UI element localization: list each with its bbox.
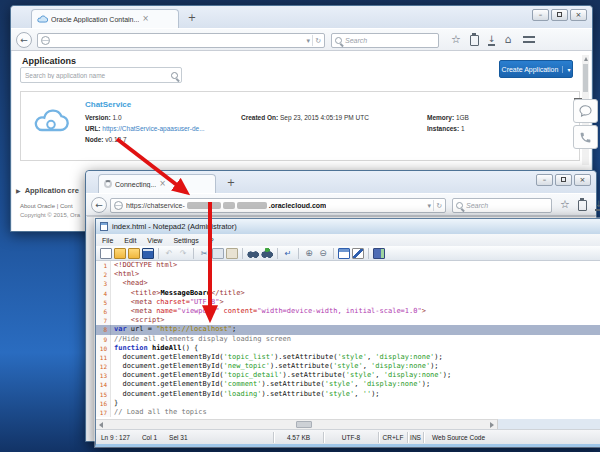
notepad2-titlebar[interactable]: index.html - Notepad2 (Administrator) (96, 219, 600, 234)
code-line-selected[interactable]: 8var url = "http://localhost"; (96, 325, 600, 334)
cut-icon[interactable]: ✂ (198, 248, 210, 259)
tab-oracle-application-container[interactable]: Oracle Application Contain... × (31, 9, 179, 28)
scroll-left-icon[interactable] (99, 422, 103, 428)
bookmarks-menu-icon[interactable] (578, 200, 587, 211)
zoom-out-icon[interactable]: ⊖ (317, 248, 329, 259)
status-syntax-scheme: Web Source Code (424, 432, 600, 443)
search-input[interactable] (466, 202, 536, 209)
code-line[interactable]: 10function hideAll() { (96, 344, 600, 353)
tab-close-icon[interactable]: × (159, 180, 166, 188)
replace-icon[interactable] (261, 248, 273, 259)
new-tab-button[interactable]: + (185, 12, 199, 25)
search-bar[interactable] (331, 33, 439, 48)
url-bar[interactable]: https://chatservice- .oraclecloud.com ▾ … (110, 198, 446, 213)
code-line[interactable]: 1<!DOCTYPE html> (96, 261, 600, 270)
line-number: 12 (96, 362, 111, 371)
tab-close-icon[interactable]: × (142, 15, 149, 23)
code-line[interactable]: 6 <meta name="viewport" content="width=d… (96, 307, 600, 316)
code-line[interactable]: 12 document.getElementById('new_topic').… (96, 362, 600, 371)
code-line[interactable]: 7 <script> (96, 316, 600, 325)
code-line[interactable]: 14 document.getElementById('comment').se… (96, 380, 600, 389)
notepad-menu-item-0[interactable]: File (102, 237, 113, 244)
toolbar-separator (298, 248, 299, 259)
code-line[interactable]: 9//Hide all elements display loading scr… (96, 335, 600, 344)
word-wrap-icon[interactable]: ↵ (282, 248, 294, 259)
code-line[interactable]: 16} (96, 399, 600, 408)
scrollbar-thumb[interactable] (296, 421, 312, 428)
application-name-link[interactable]: ChatService (85, 100, 131, 109)
status-file-size: 4.57 KB (274, 432, 324, 443)
new-tab-button[interactable]: + (224, 177, 238, 190)
code-line[interactable]: 4 <title>MessageBoard</title> (96, 289, 600, 298)
tab-strip[interactable]: Oracle Application Contain... × + – × (11, 6, 592, 28)
horizontal-scrollbar[interactable] (96, 419, 498, 429)
zoom-in-icon[interactable]: ⊕ (303, 248, 315, 259)
urlbar-dropdown-icon[interactable]: ▾ (428, 202, 432, 210)
browse-files-icon[interactable] (128, 248, 140, 259)
search-bar[interactable] (452, 198, 552, 213)
application-card: ChatService Version: 1.0 URL: https://Ch… (20, 91, 580, 161)
create-application-dropdown-icon[interactable]: ▾ (562, 66, 570, 73)
tab-strip[interactable]: Connecting... × + – × (86, 171, 596, 193)
undo-icon[interactable]: ↶ (163, 248, 175, 259)
chat-bubble-icon (578, 104, 593, 118)
reload-icon[interactable]: ↻ (436, 202, 442, 210)
back-button[interactable]: ← (16, 32, 32, 48)
maximize-button[interactable] (551, 9, 568, 21)
create-application-button[interactable]: Create Application ▾ (499, 60, 573, 78)
home-icon[interactable]: ⌂ (504, 33, 511, 47)
notepad-menu-item-2[interactable]: View (147, 237, 162, 244)
paste-icon[interactable] (226, 248, 238, 259)
bookmark-star-icon[interactable]: ☆ (451, 33, 461, 47)
url-bar[interactable]: ▾ ↻ (37, 33, 325, 48)
application-search-field[interactable] (20, 67, 182, 83)
tab-connecting[interactable]: Connecting... × (98, 174, 216, 193)
open-file-icon[interactable] (114, 248, 126, 259)
scroll-right-icon[interactable] (490, 422, 494, 428)
notepad2-toolbar: ↶↷✂↵⊕⊖ (96, 246, 600, 261)
line-number: 15 (96, 390, 111, 399)
application-search-input[interactable] (21, 72, 168, 79)
close-button[interactable]: × (574, 174, 591, 186)
urlbar-dropdown-icon[interactable]: ▾ (307, 37, 311, 45)
reload-icon[interactable]: ↻ (315, 37, 321, 45)
close-button[interactable]: × (570, 9, 587, 21)
code-line[interactable]: 15 document.getElementById('loading').se… (96, 390, 600, 399)
new-file-icon[interactable] (100, 248, 112, 259)
bookmarks-menu-icon[interactable] (470, 35, 479, 46)
minimize-button[interactable]: – (536, 174, 553, 186)
redo-icon[interactable]: ↷ (177, 248, 189, 259)
application-url-link[interactable]: https://ChatService-apaasuser-de... (102, 125, 204, 132)
code-line[interactable]: 13 document.getElementById('topic_detail… (96, 371, 600, 380)
hamburger-menu-icon[interactable] (523, 36, 535, 45)
code-line[interactable]: 3 <head> (96, 279, 600, 288)
scrollbar-thumb[interactable] (583, 64, 588, 92)
search-input[interactable] (345, 37, 415, 44)
scroll-up-icon[interactable] (584, 57, 588, 61)
notepad-menu-item-1[interactable]: Edit (124, 237, 136, 244)
save-file-icon[interactable] (142, 248, 154, 259)
code-line[interactable]: 11 document.getElementById('topic_list')… (96, 353, 600, 362)
notepad-menu-item-3[interactable]: Settings (173, 237, 198, 244)
code-line[interactable]: 2<html> (96, 270, 600, 279)
back-button[interactable]: ← (91, 197, 107, 213)
customize-scheme-icon[interactable] (352, 248, 364, 259)
notepad2-menubar: FileEditViewSettings? (96, 234, 600, 246)
downloads-icon[interactable]: ↓ (488, 34, 496, 46)
copy-icon[interactable] (212, 248, 224, 259)
minimize-button[interactable]: – (532, 9, 549, 21)
code-line[interactable]: 5 <meta charset="UTF-8"> (96, 298, 600, 307)
downloads-icon[interactable]: ↓ (595, 199, 600, 211)
chat-feedback-button[interactable] (573, 99, 598, 123)
find-icon[interactable] (247, 248, 259, 259)
view-scheme-icon[interactable] (338, 248, 350, 259)
notepad-menu-item-4[interactable]: ? (210, 237, 214, 244)
bookmark-star-icon[interactable]: ☆ (560, 198, 570, 212)
application-section-toggle[interactable]: ▶ Application cre (16, 186, 79, 195)
phone-contact-button[interactable] (573, 125, 598, 149)
exit-icon[interactable] (373, 248, 385, 259)
code-area[interactable]: 1<!DOCTYPE html>2<html>3 <head>4 <title>… (96, 261, 600, 419)
code-line[interactable]: 17// Load all the topics (96, 408, 600, 417)
footer-links[interactable]: About Oracle | Cont (20, 203, 73, 209)
maximize-button[interactable] (555, 174, 572, 186)
